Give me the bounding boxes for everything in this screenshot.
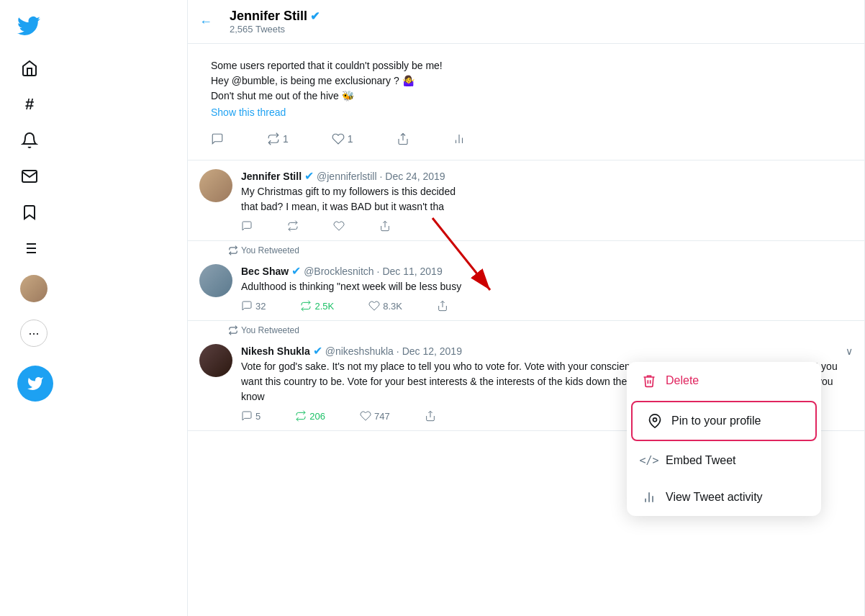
profile-name: Jennifer Still ✔ (230, 9, 320, 24)
like-action-2[interactable] (333, 220, 345, 232)
sidebar-item-messages[interactable] (12, 160, 176, 193)
like-action-3[interactable]: 8.3K (368, 300, 402, 312)
analytics-action-1[interactable] (453, 132, 466, 145)
more-options-4[interactable]: ∨ (846, 345, 853, 357)
home-icon (20, 59, 39, 78)
reply-action-4[interactable]: 5 (241, 410, 261, 422)
tweet-actions-2 (241, 220, 853, 232)
tweet-author-handle-4: @nikeshshukla (325, 345, 394, 357)
tweet-actions-1: 1 1 (199, 127, 853, 151)
menu-item-activity[interactable]: View Tweet activity (627, 479, 821, 516)
retweet-action-1[interactable]: 1 (267, 132, 289, 145)
tweet-date-3: · Dec 11, 2019 (377, 266, 443, 277)
tweet-date-2: · Dec 24, 2019 (380, 171, 445, 182)
retweet-label-4: You Retweeted (188, 321, 864, 335)
avatar-bec (199, 264, 232, 297)
tweet-text-3: Adulthood is thinking "next week will be… (241, 279, 853, 294)
tweet-text-2: My Christmas gift to my followers is thi… (241, 184, 853, 214)
tweet-author-name-4: Nikesh Shukla (241, 345, 310, 357)
tweet-author-name-3: Bec Shaw (241, 266, 289, 277)
more-icon: ··· (20, 320, 47, 347)
like-count-4: 747 (374, 411, 390, 422)
share-action-3[interactable] (437, 300, 448, 312)
verified-badge: ✔ (310, 9, 320, 23)
delete-label: Delete (666, 374, 699, 387)
bookmark-icon (20, 203, 39, 222)
verified-badge-3: ✔ (291, 264, 301, 278)
tweet-date-4: · Dec 12, 2019 (397, 345, 462, 357)
retweet-count-4: 206 (309, 411, 325, 422)
sidebar-nav: # (12, 52, 176, 354)
show-thread-link[interactable]: Show this thread (199, 107, 853, 127)
menu-item-pin[interactable]: Pin to your profile (631, 401, 817, 441)
sidebar-item-explore[interactable]: # (12, 88, 176, 121)
tweet-body-3: Bec Shaw ✔ @Brocklesnitch · Dec 11, 2019… (241, 264, 853, 312)
avatar (20, 275, 47, 302)
sidebar-item-lists[interactable] (12, 232, 176, 265)
tweet-card-3: Bec Shaw ✔ @Brocklesnitch · Dec 11, 2019… (188, 255, 864, 321)
retweet-label-text-3: You Retweeted (241, 245, 299, 255)
tweet-author-handle-2: @jenniferlstill (317, 171, 376, 182)
reply-action-1[interactable] (211, 132, 224, 145)
compose-button[interactable] (17, 366, 53, 402)
tweet-user-line-2: Jennifer Still ✔ @jenniferlstill · Dec 2… (241, 169, 853, 183)
tweet-author-handle-3: @Brocklesnitch (304, 266, 373, 277)
profile-header: ← Jennifer Still ✔ 2,565 Tweets (188, 0, 864, 44)
activity-label: View Tweet activity (666, 491, 763, 504)
tweet-user-line-4: Nikesh Shukla ✔ @nikeshshukla · Dec 12, … (241, 344, 853, 358)
list-icon (20, 239, 39, 258)
share-action-1[interactable] (397, 132, 409, 145)
avatar-jennifer (199, 169, 232, 202)
like-action-1[interactable]: 1 (332, 132, 353, 145)
like-count-3: 8.3K (383, 301, 402, 312)
share-action-2[interactable] (379, 220, 391, 232)
reply-action-3[interactable]: 32 (241, 300, 266, 312)
analytics-icon (641, 490, 657, 504)
mail-icon (20, 167, 39, 186)
bell-icon (20, 131, 39, 150)
sidebar-item-home[interactable] (12, 52, 176, 85)
retweet-action-4[interactable]: 206 (295, 410, 325, 422)
retweet-action-3[interactable]: 2.5K (300, 300, 334, 312)
main-content: ← Jennifer Still ✔ 2,565 Tweets Some use… (187, 0, 865, 616)
sidebar-item-profile[interactable] (12, 268, 176, 309)
tweet-body-2: Jennifer Still ✔ @jenniferlstill · Dec 2… (241, 169, 853, 232)
tweet-author-name-2: Jennifer Still (241, 171, 302, 182)
verified-badge-4: ✔ (313, 344, 322, 358)
embed-label: Embed Tweet (666, 454, 736, 467)
twitter-logo[interactable] (17, 14, 40, 40)
sidebar-item-more[interactable]: ··· (12, 312, 176, 354)
svg-point-11 (653, 418, 657, 422)
back-button[interactable]: ← (199, 14, 212, 30)
sidebar: # (0, 0, 187, 616)
share-action-4[interactable] (425, 410, 436, 422)
hashtag-icon: # (20, 95, 39, 114)
retweet-label-text-4: You Retweeted (241, 325, 299, 335)
verified-badge-2: ✔ (304, 169, 314, 183)
pin-icon (647, 414, 663, 428)
context-menu: Delete Pin to your profile </> Embed Twe… (627, 362, 821, 516)
reply-count-4: 5 (255, 411, 261, 422)
sidebar-item-bookmarks[interactable] (12, 196, 176, 229)
trash-icon (641, 373, 657, 388)
profile-info: Jennifer Still ✔ 2,565 Tweets (230, 9, 320, 35)
reply-count-3: 32 (255, 301, 266, 312)
tweet-card-1: Some users reported that it couldn't pos… (188, 44, 864, 160)
tweet-card-3-wrapper: You Retweeted Bec Shaw ✔ @Brocklesnitch … (188, 241, 864, 321)
retweet-count-3: 2.5K (314, 301, 334, 312)
retweet-count-1: 1 (283, 133, 289, 145)
tweet-count: 2,565 Tweets (230, 24, 320, 35)
tweet-text-1: Some users reported that it couldn't pos… (199, 53, 853, 107)
pin-label: Pin to your profile (671, 415, 761, 427)
tweet-actions-3: 32 2.5K 8.3K (241, 300, 853, 312)
like-action-4[interactable]: 747 (360, 410, 390, 422)
tweet-user-line-3: Bec Shaw ✔ @Brocklesnitch · Dec 11, 2019 (241, 264, 853, 278)
menu-item-delete[interactable]: Delete (627, 362, 821, 399)
retweet-label-3: You Retweeted (188, 241, 864, 255)
sidebar-item-notifications[interactable] (12, 124, 176, 157)
menu-item-embed[interactable]: </> Embed Tweet (627, 443, 821, 479)
embed-icon: </> (641, 454, 657, 467)
tweet-card-2: Jennifer Still ✔ @jenniferlstill · Dec 2… (188, 160, 864, 241)
reply-action-2[interactable] (241, 220, 253, 232)
retweet-action-2[interactable] (287, 220, 299, 232)
